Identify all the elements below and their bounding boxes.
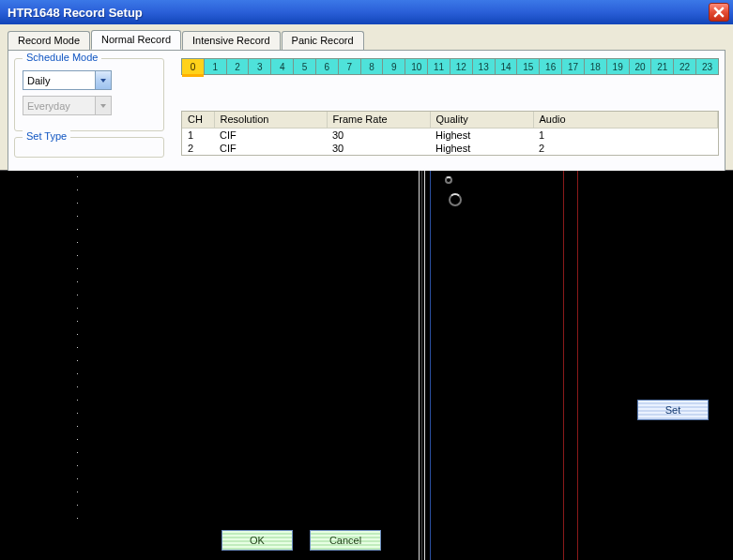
cell-ch: 2 <box>182 142 214 155</box>
cell-audio: 2 <box>533 142 718 155</box>
tab-panic-record[interactable]: Panic Record <box>282 31 364 51</box>
hour-cell-16[interactable]: 16 <box>540 59 562 74</box>
close-icon <box>713 7 725 18</box>
artifact-line <box>563 171 564 560</box>
hour-cell-6[interactable]: 6 <box>316 59 339 74</box>
dialog-body: Record Mode Normal Record Intensive Reco… <box>0 24 733 171</box>
hour-cell-21[interactable]: 21 <box>651 59 674 74</box>
hour-cell-23[interactable]: 23 <box>696 59 718 74</box>
tab-panel-normal-record: Schedule Mode Daily Everyday Set Type <box>8 50 725 176</box>
hour-bar: 01234567891011121314151617181920212223 <box>181 58 719 75</box>
artifact-line <box>419 171 420 560</box>
channel-table: CH Resolution Frame Rate Quality Audio 1… <box>182 112 718 155</box>
col-header-quality[interactable]: Quality <box>430 112 533 128</box>
schedule-mode-primary-value: Daily <box>27 75 50 86</box>
artifact-speckle <box>77 176 78 522</box>
cancel-button[interactable]: Cancel <box>310 530 381 551</box>
hour-cell-4[interactable]: 4 <box>271 59 294 74</box>
artifact-line <box>430 171 431 560</box>
set-button[interactable]: Set <box>637 400 709 420</box>
schedule-mode-primary-select[interactable]: Daily <box>23 70 112 90</box>
cell-resolution: CIF <box>214 128 327 142</box>
right-column: 01234567891011121314151617181920212223 C… <box>164 58 719 175</box>
title-bar: HTR1648 Record Setup <box>0 0 733 24</box>
left-column: Schedule Mode Daily Everyday Set Type <box>14 58 164 175</box>
tab-normal-record[interactable]: Normal Record <box>91 30 181 50</box>
spinner-icon <box>449 193 462 206</box>
cell-quality: Highest <box>430 128 533 142</box>
hour-cell-12[interactable]: 12 <box>450 59 473 74</box>
table-row[interactable]: 2CIF30Highest2 <box>182 142 718 155</box>
hour-cell-18[interactable]: 18 <box>585 59 607 74</box>
hour-cell-11[interactable]: 11 <box>428 59 450 74</box>
cell-frame_rate: 30 <box>327 128 430 142</box>
channel-table-wrapper: CH Resolution Frame Rate Quality Audio 1… <box>181 111 719 156</box>
hour-cell-9[interactable]: 9 <box>383 59 405 74</box>
hour-cell-2[interactable]: 2 <box>227 59 250 74</box>
hour-cell-14[interactable]: 14 <box>496 59 518 74</box>
group-schedule-mode: Schedule Mode Daily Everyday <box>14 58 164 131</box>
hour-cell-15[interactable]: 15 <box>517 59 540 74</box>
artifact-line <box>424 171 425 560</box>
window-title: HTR1648 Record Setup <box>8 6 143 20</box>
cell-frame_rate: 30 <box>327 142 430 155</box>
schedule-mode-secondary-value: Everyday <box>27 100 70 112</box>
close-button[interactable] <box>709 3 729 22</box>
hour-cell-20[interactable]: 20 <box>630 59 652 74</box>
hour-cell-0[interactable]: 0 <box>182 59 205 74</box>
hour-cell-10[interactable]: 10 <box>405 59 428 74</box>
group-schedule-mode-legend: Schedule Mode <box>23 52 101 63</box>
tab-strip: Record Mode Normal Record Intensive Reco… <box>8 30 725 50</box>
cell-ch: 1 <box>182 128 214 142</box>
cell-resolution: CIF <box>214 142 327 155</box>
tab-record-mode[interactable]: Record Mode <box>8 31 90 51</box>
hour-cell-1[interactable]: 1 <box>205 59 227 74</box>
tab-intensive-record[interactable]: Intensive Record <box>182 31 281 51</box>
schedule-mode-secondary-select: Everyday <box>23 96 112 115</box>
table-row[interactable]: 1CIF30Highest1 <box>182 128 718 142</box>
col-header-ch[interactable]: CH <box>182 112 214 128</box>
chevron-down-icon <box>95 71 111 89</box>
cell-quality: Highest <box>430 142 533 155</box>
hour-cell-13[interactable]: 13 <box>473 59 496 74</box>
hour-cell-19[interactable]: 19 <box>607 59 630 74</box>
spinner-icon <box>445 176 452 184</box>
group-set-type: Set Type <box>14 137 164 158</box>
col-header-resolution[interactable]: Resolution <box>214 112 327 128</box>
cell-audio: 1 <box>533 128 718 142</box>
hour-cell-7[interactable]: 7 <box>339 59 361 74</box>
table-header-row: CH Resolution Frame Rate Quality Audio <box>182 112 718 128</box>
artifact-line <box>577 171 578 560</box>
corrupted-region: Set OK Cancel <box>0 171 733 560</box>
hour-cell-3[interactable]: 3 <box>249 59 271 74</box>
col-header-audio[interactable]: Audio <box>533 112 718 128</box>
hour-cell-17[interactable]: 17 <box>562 59 585 74</box>
hour-cell-5[interactable]: 5 <box>294 59 316 74</box>
col-header-frame-rate[interactable]: Frame Rate <box>327 112 430 128</box>
ok-button[interactable]: OK <box>221 530 293 551</box>
hour-cell-8[interactable]: 8 <box>361 59 384 74</box>
hour-cell-22[interactable]: 22 <box>674 59 696 74</box>
chevron-down-icon <box>95 97 111 114</box>
group-set-type-legend: Set Type <box>23 130 70 142</box>
artifact-line <box>421 171 422 560</box>
